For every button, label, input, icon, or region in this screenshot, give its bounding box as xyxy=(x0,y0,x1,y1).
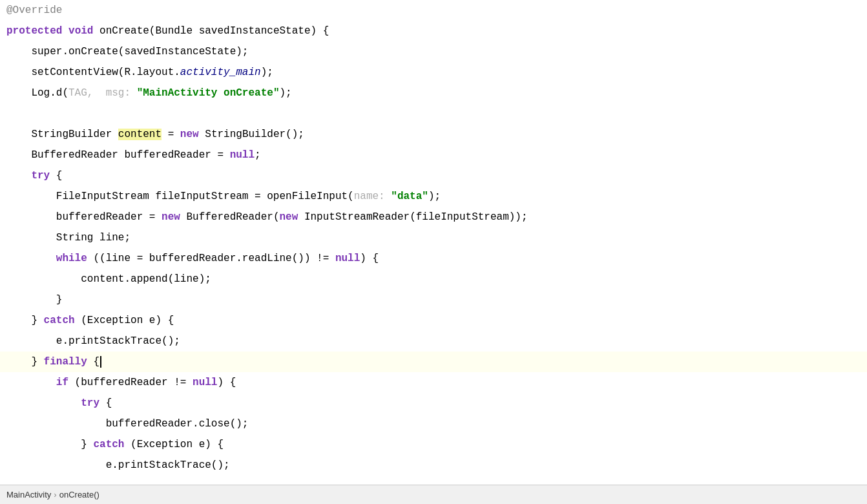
code-line: try { xyxy=(0,165,867,186)
status-bar: MainActivity › onCreate() xyxy=(0,485,867,504)
string-token: "MainActivity onCreate" xyxy=(137,87,280,99)
normal-token: super.onCreate(savedInstanceState); xyxy=(6,46,248,58)
annotation-token: @Override xyxy=(6,5,62,16)
kw-purple-token: null xyxy=(193,377,217,388)
code-line: if (bufferedReader != null) { xyxy=(0,372,867,393)
kw-purple-token: void xyxy=(68,25,93,37)
normal-token: content.append(line); xyxy=(6,273,211,285)
normal-token: ); xyxy=(428,191,441,202)
normal-token: (Exception e) { xyxy=(75,315,174,326)
normal-token: { xyxy=(87,356,99,368)
breadcrumb-method: onCreate() xyxy=(59,488,99,501)
breadcrumb-class: MainActivity xyxy=(6,488,51,501)
normal-token: ); xyxy=(279,87,291,99)
normal-token: ) { xyxy=(360,253,379,264)
code-line: setContentView(R.layout.activity_main); xyxy=(0,62,867,83)
kw-purple-token: if xyxy=(6,377,68,388)
kw-purple-token: null xyxy=(230,149,255,161)
code-line: bufferedReader.close(); xyxy=(0,414,867,434)
code-line: super.onCreate(savedInstanceState); xyxy=(0,41,867,62)
code-line xyxy=(0,103,867,124)
normal-token xyxy=(62,25,68,37)
normal-token: StringBuilder xyxy=(6,129,118,140)
kw-purple-token: while xyxy=(6,253,87,264)
text-cursor xyxy=(100,356,101,368)
kw-purple-token: catch xyxy=(93,439,124,450)
highlighted-token: content xyxy=(118,129,162,140)
normal-token: ) { xyxy=(217,377,236,388)
normal-token: } xyxy=(6,315,44,326)
code-line: FileInputStream fileInputStream = openFi… xyxy=(0,186,867,207)
class-token: activity_main xyxy=(180,67,261,78)
kw-purple-token: try xyxy=(6,397,99,409)
code-line: try { xyxy=(0,393,867,414)
kw-purple-token: new xyxy=(279,211,298,223)
code-line: Log.d(TAG, msg: "MainActivity onCreate")… xyxy=(0,83,867,103)
code-line: } xyxy=(0,289,867,310)
kw-purple-token: finally xyxy=(44,356,87,368)
normal-token: BufferedReader bufferedReader = xyxy=(6,149,230,161)
code-line: } catch (Exception e) { xyxy=(0,434,867,455)
normal-token: } xyxy=(6,439,93,450)
normal-token: e.printStackTrace(); xyxy=(6,459,230,471)
code-line: e.printStackTrace(); xyxy=(0,455,867,476)
code-line: bufferedReader = new BufferedReader(new … xyxy=(0,207,867,227)
normal-token: } xyxy=(6,294,62,306)
normal-token: onCreate(Bundle savedInstanceState) { xyxy=(93,25,329,37)
kw-purple-token: catch xyxy=(44,315,75,326)
normal-token: setContentView(R.layout. xyxy=(6,67,180,78)
code-line: String line; xyxy=(0,227,867,248)
code-line: protected void onCreate(Bundle savedInst… xyxy=(0,21,867,41)
code-line: e.printStackTrace(); xyxy=(0,331,867,352)
code-editor: @Overrideprotected void onCreate(Bundle … xyxy=(0,0,867,485)
kw-purple-token: protected xyxy=(6,25,62,37)
code-line: StringBuilder content = new StringBuilde… xyxy=(0,124,867,145)
normal-token: = xyxy=(162,129,180,140)
breadcrumb-separator: › xyxy=(54,488,56,501)
normal-token: InputStreamReader(fileInputStream)); xyxy=(298,211,527,223)
normal-token: ); xyxy=(261,67,273,78)
normal-token: e.printStackTrace(); xyxy=(6,335,180,347)
normal-token: bufferedReader = xyxy=(6,211,162,223)
code-line: while ((line = bufferedReader.readLine()… xyxy=(0,248,867,269)
normal-token: } xyxy=(6,356,44,368)
code-line: @Override xyxy=(0,0,867,21)
normal-token: StringBuilder(); xyxy=(199,129,304,140)
normal-token: String line; xyxy=(6,232,131,244)
normal-token: { xyxy=(99,397,112,409)
normal-token: (bufferedReader != xyxy=(68,377,193,388)
code-line: } finally { xyxy=(0,352,867,372)
param-hint-token: name: xyxy=(354,191,392,202)
normal-token: { xyxy=(50,170,62,182)
kw-purple-token: new xyxy=(180,129,199,140)
string-token: "data" xyxy=(391,191,428,202)
normal-token: Log.d( xyxy=(6,87,68,99)
normal-token: bufferedReader.close(); xyxy=(6,418,248,430)
normal-token: FileInputStream fileInputStream = openFi… xyxy=(6,191,354,202)
code-line: } catch (Exception e) { xyxy=(0,310,867,331)
normal-token: ; xyxy=(255,149,261,161)
code-line: content.append(line); xyxy=(0,269,867,289)
kw-purple-token: try xyxy=(6,170,50,182)
kw-purple-token: new xyxy=(162,211,180,223)
param-hint-token: TAG, msg: xyxy=(68,87,137,99)
normal-token: (Exception e) { xyxy=(124,439,224,450)
normal-token: BufferedReader( xyxy=(180,211,280,223)
kw-purple-token: null xyxy=(335,253,360,264)
normal-token: ((line = bufferedReader.readLine()) != xyxy=(87,253,335,264)
code-line: BufferedReader bufferedReader = null; xyxy=(0,145,867,165)
